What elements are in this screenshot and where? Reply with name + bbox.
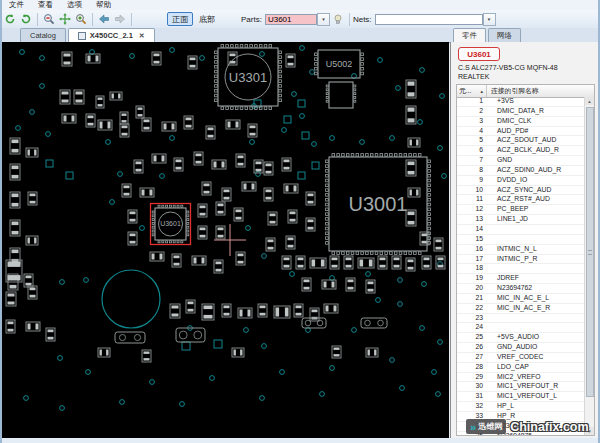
table-row[interactable]: 6ACZ_BCLK_AUD_R [457, 146, 585, 156]
table-row[interactable]: 24 [457, 323, 585, 333]
component-pad [369, 260, 373, 267]
pin-number-cell: 3 [457, 117, 487, 126]
scrollbar-thumb[interactable] [586, 107, 594, 397]
component-pad [8, 302, 15, 305]
view-back-button[interactable]: 底部 [195, 13, 219, 25]
highlight-bulb-icon[interactable] [330, 12, 345, 27]
nets-dropdown-icon[interactable]: ▼ [483, 13, 496, 26]
table-row[interactable]: 22MIC_IN_AC_E_R [457, 304, 585, 314]
component-pad [288, 63, 294, 66]
component-pad [100, 122, 103, 129]
component-pad [284, 160, 290, 163]
table-row[interactable]: 7GND [457, 156, 585, 166]
doc-tab-0[interactable]: Catalog [20, 28, 66, 42]
component-pad [334, 354, 340, 356]
parts-label: Parts: [241, 15, 262, 24]
table-row[interactable]: 9DVDD_IO [457, 176, 585, 186]
nets-input[interactable] [375, 14, 483, 25]
component-pad [62, 92, 69, 95]
ic-label: U5002 [326, 59, 353, 69]
component-pad [216, 262, 222, 265]
component-pad [142, 190, 145, 196]
table-row[interactable]: 3DMIC_CLK [457, 117, 585, 127]
table-row[interactable]: 28LDO_CAP [457, 363, 585, 373]
component-pad [176, 160, 182, 163]
component-pad [196, 161, 202, 164]
table-row[interactable]: 26GND_AUDIO [457, 343, 585, 353]
table-row[interactable]: 2DMIC_DATA_R [457, 107, 585, 117]
pin-number-cell: 9 [457, 176, 487, 185]
board-svg[interactable]: U3301U5002U3001U3601 [2, 42, 449, 438]
table-row[interactable]: 20N23694762 [457, 284, 585, 294]
table-row[interactable]: 29MIC2_VREFO [457, 373, 585, 383]
net-name-cell: LINE1_JD [487, 215, 528, 224]
table-scrollbar[interactable]: ▲ ▼ [584, 97, 594, 435]
table-row[interactable]: 11ACZ_RST#_AUD [457, 195, 585, 205]
pcb-canvas[interactable]: U3301U5002U3001U3601 [2, 42, 449, 438]
view-front-button[interactable]: 正面 [167, 12, 193, 26]
table-row[interactable]: 13LINE1_JD [457, 215, 585, 225]
zoom-out-icon[interactable] [42, 12, 57, 27]
selected-part-button[interactable]: U3601 [458, 47, 500, 61]
table-row[interactable]: 8ACZ_SDIN0_AUD_R [457, 166, 585, 176]
rotate-right-icon[interactable] [19, 12, 34, 27]
component-pad [380, 265, 386, 268]
parts-input[interactable] [265, 14, 317, 25]
table-row[interactable]: 18 [457, 264, 585, 274]
table-row[interactable]: 25+5VS_AUDIO [457, 333, 585, 343]
component-pad [98, 98, 103, 100]
parts-dropdown-icon[interactable]: ▼ [317, 13, 330, 26]
table-row[interactable]: 12PC_BEEP [457, 205, 585, 215]
table-row[interactable]: 10ACZ_SYNC_AUD [457, 186, 585, 196]
table-row[interactable]: 4AUD_PD# [457, 127, 585, 137]
pin-number-cell: 29 [457, 373, 487, 382]
table-row[interactable]: 31MIC1_VREFOUT_L [457, 392, 585, 402]
menu-item-2[interactable]: 选项 [60, 0, 89, 10]
component-pad [130, 234, 136, 237]
close-icon[interactable]: ✕ [139, 32, 145, 40]
component-pad [64, 116, 67, 122]
table-row[interactable]: 16INTMIC_N_L [457, 245, 585, 255]
nav-back-icon[interactable] [97, 12, 112, 27]
net-name-cell: GND [487, 156, 512, 165]
net-name-cell: LDO_CAP [487, 363, 529, 372]
pin-number-cell: 32 [457, 402, 487, 411]
menu-item-3[interactable]: 帮助 [89, 0, 118, 10]
component-pad [270, 221, 276, 224]
menu-item-0[interactable]: 文件 [2, 0, 31, 10]
table-row[interactable]: 23 [457, 314, 585, 324]
pin-number-column-header[interactable]: 元... ▲ [457, 85, 487, 97]
panel-tab-1[interactable]: 网络 [488, 28, 521, 42]
pin-number-cell: 2 [457, 107, 487, 116]
component-pad [124, 193, 130, 196]
component-pad [252, 184, 255, 190]
net-name-column-header[interactable]: 连接的引脚名称 [487, 86, 594, 96]
pin-number-cell: 18 [457, 264, 487, 273]
table-row[interactable]: 1+3VS [457, 97, 585, 107]
scroll-up-icon[interactable]: ▲ [585, 97, 594, 105]
doc-tab-1[interactable]: X450CC_2.1✕ [68, 28, 155, 42]
component-pad [224, 306, 230, 309]
toolbar: 正面 底部 Parts: ▼ Nets: ▼ [2, 10, 598, 29]
zoom-fit-icon[interactable] [58, 12, 73, 27]
component-pad [154, 54, 160, 57]
table-row[interactable]: 27VREF_CODEC [457, 353, 585, 363]
component-pad [408, 212, 415, 216]
table-row[interactable]: 21MIC_IN_AC_E_L [457, 294, 585, 304]
rotate-left-icon[interactable] [3, 12, 18, 27]
table-row[interactable]: 17INTMIC_P_R [457, 255, 585, 265]
nav-forward-icon[interactable] [113, 12, 128, 27]
table-row[interactable]: 19JDREF [457, 274, 585, 284]
table-row[interactable]: 32HP_L [457, 402, 585, 412]
table-row[interactable]: 30MIC1_VREFOUT_R [457, 382, 585, 392]
table-row[interactable]: 5ACZ_SDOUT_AUD [457, 136, 585, 146]
zoom-in-icon[interactable] [74, 12, 89, 27]
pin-table: 元... ▲ 连接的引脚名称 1+3VS2DMIC_DATA_R3DMIC_CL… [456, 84, 595, 436]
menu-item-1[interactable]: 查看 [31, 0, 60, 10]
table-row[interactable]: 14 [457, 225, 585, 235]
app-window: 文件查看选项帮助 正面 底部 Parts: ▼ [0, 0, 600, 443]
table-row[interactable]: 15 [457, 235, 585, 245]
panel-tab-0[interactable]: 零件 [453, 28, 486, 42]
component-pad [408, 260, 414, 263]
component-pad [8, 329, 14, 332]
